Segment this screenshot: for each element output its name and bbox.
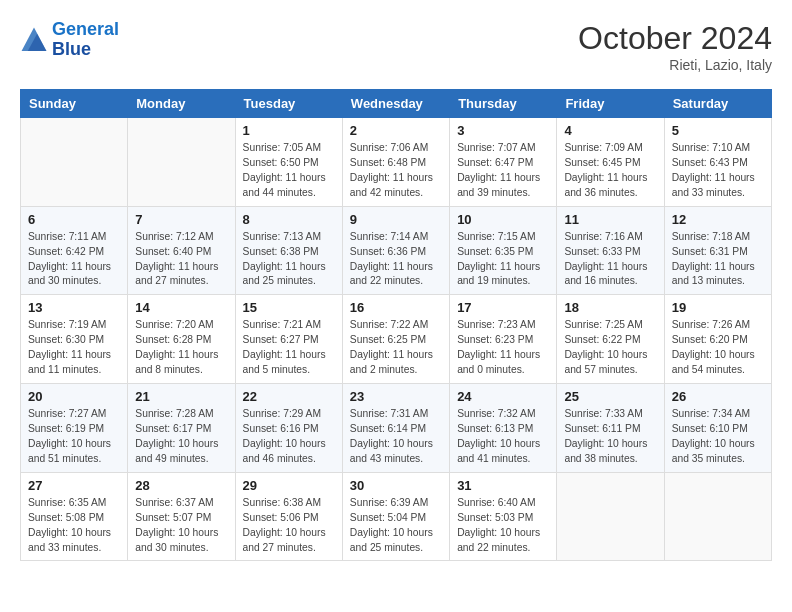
day-number: 1 — [243, 123, 335, 138]
day-info: Sunrise: 7:18 AM Sunset: 6:31 PM Dayligh… — [672, 230, 764, 290]
day-info: Sunrise: 7:27 AM Sunset: 6:19 PM Dayligh… — [28, 407, 120, 467]
day-info: Sunrise: 7:11 AM Sunset: 6:42 PM Dayligh… — [28, 230, 120, 290]
day-info: Sunrise: 7:10 AM Sunset: 6:43 PM Dayligh… — [672, 141, 764, 201]
day-number: 8 — [243, 212, 335, 227]
day-info: Sunrise: 7:29 AM Sunset: 6:16 PM Dayligh… — [243, 407, 335, 467]
day-number: 17 — [457, 300, 549, 315]
day-number: 31 — [457, 478, 549, 493]
day-info: Sunrise: 6:35 AM Sunset: 5:08 PM Dayligh… — [28, 496, 120, 556]
day-number: 29 — [243, 478, 335, 493]
day-info: Sunrise: 7:33 AM Sunset: 6:11 PM Dayligh… — [564, 407, 656, 467]
calendar-cell: 6Sunrise: 7:11 AM Sunset: 6:42 PM Daylig… — [21, 206, 128, 295]
day-header-thursday: Thursday — [450, 90, 557, 118]
calendar-cell: 11Sunrise: 7:16 AM Sunset: 6:33 PM Dayli… — [557, 206, 664, 295]
calendar-cell: 13Sunrise: 7:19 AM Sunset: 6:30 PM Dayli… — [21, 295, 128, 384]
day-info: Sunrise: 7:28 AM Sunset: 6:17 PM Dayligh… — [135, 407, 227, 467]
calendar-cell: 5Sunrise: 7:10 AM Sunset: 6:43 PM Daylig… — [664, 118, 771, 207]
day-info: Sunrise: 7:23 AM Sunset: 6:23 PM Dayligh… — [457, 318, 549, 378]
day-number: 18 — [564, 300, 656, 315]
day-number: 5 — [672, 123, 764, 138]
calendar-cell: 18Sunrise: 7:25 AM Sunset: 6:22 PM Dayli… — [557, 295, 664, 384]
day-number: 26 — [672, 389, 764, 404]
calendar-cell: 17Sunrise: 7:23 AM Sunset: 6:23 PM Dayli… — [450, 295, 557, 384]
day-number: 12 — [672, 212, 764, 227]
calendar-cell: 20Sunrise: 7:27 AM Sunset: 6:19 PM Dayli… — [21, 384, 128, 473]
calendar-cell — [557, 472, 664, 561]
calendar-cell: 4Sunrise: 7:09 AM Sunset: 6:45 PM Daylig… — [557, 118, 664, 207]
day-info: Sunrise: 7:13 AM Sunset: 6:38 PM Dayligh… — [243, 230, 335, 290]
day-number: 30 — [350, 478, 442, 493]
day-header-monday: Monday — [128, 90, 235, 118]
logo-icon — [20, 26, 48, 54]
day-number: 24 — [457, 389, 549, 404]
calendar-cell: 15Sunrise: 7:21 AM Sunset: 6:27 PM Dayli… — [235, 295, 342, 384]
calendar-cell: 16Sunrise: 7:22 AM Sunset: 6:25 PM Dayli… — [342, 295, 449, 384]
day-number: 4 — [564, 123, 656, 138]
day-info: Sunrise: 7:19 AM Sunset: 6:30 PM Dayligh… — [28, 318, 120, 378]
day-info: Sunrise: 7:21 AM Sunset: 6:27 PM Dayligh… — [243, 318, 335, 378]
day-info: Sunrise: 7:22 AM Sunset: 6:25 PM Dayligh… — [350, 318, 442, 378]
calendar-cell: 19Sunrise: 7:26 AM Sunset: 6:20 PM Dayli… — [664, 295, 771, 384]
calendar-cell: 2Sunrise: 7:06 AM Sunset: 6:48 PM Daylig… — [342, 118, 449, 207]
calendar-cell: 12Sunrise: 7:18 AM Sunset: 6:31 PM Dayli… — [664, 206, 771, 295]
day-number: 13 — [28, 300, 120, 315]
day-info: Sunrise: 7:31 AM Sunset: 6:14 PM Dayligh… — [350, 407, 442, 467]
calendar-cell: 24Sunrise: 7:32 AM Sunset: 6:13 PM Dayli… — [450, 384, 557, 473]
calendar-cell — [128, 118, 235, 207]
day-number: 6 — [28, 212, 120, 227]
calendar-cell: 23Sunrise: 7:31 AM Sunset: 6:14 PM Dayli… — [342, 384, 449, 473]
calendar-cell: 8Sunrise: 7:13 AM Sunset: 6:38 PM Daylig… — [235, 206, 342, 295]
calendar-cell: 7Sunrise: 7:12 AM Sunset: 6:40 PM Daylig… — [128, 206, 235, 295]
calendar-cell: 9Sunrise: 7:14 AM Sunset: 6:36 PM Daylig… — [342, 206, 449, 295]
day-number: 14 — [135, 300, 227, 315]
day-info: Sunrise: 7:14 AM Sunset: 6:36 PM Dayligh… — [350, 230, 442, 290]
day-info: Sunrise: 7:12 AM Sunset: 6:40 PM Dayligh… — [135, 230, 227, 290]
calendar-cell: 14Sunrise: 7:20 AM Sunset: 6:28 PM Dayli… — [128, 295, 235, 384]
day-info: Sunrise: 7:07 AM Sunset: 6:47 PM Dayligh… — [457, 141, 549, 201]
day-info: Sunrise: 6:37 AM Sunset: 5:07 PM Dayligh… — [135, 496, 227, 556]
day-number: 25 — [564, 389, 656, 404]
day-info: Sunrise: 7:34 AM Sunset: 6:10 PM Dayligh… — [672, 407, 764, 467]
location-subtitle: Rieti, Lazio, Italy — [578, 57, 772, 73]
page-header: General Blue October 2024 Rieti, Lazio, … — [20, 20, 772, 73]
day-number: 10 — [457, 212, 549, 227]
calendar-cell: 27Sunrise: 6:35 AM Sunset: 5:08 PM Dayli… — [21, 472, 128, 561]
day-header-friday: Friday — [557, 90, 664, 118]
day-header-saturday: Saturday — [664, 90, 771, 118]
day-info: Sunrise: 7:20 AM Sunset: 6:28 PM Dayligh… — [135, 318, 227, 378]
day-number: 19 — [672, 300, 764, 315]
calendar-cell: 21Sunrise: 7:28 AM Sunset: 6:17 PM Dayli… — [128, 384, 235, 473]
calendar-cell: 22Sunrise: 7:29 AM Sunset: 6:16 PM Dayli… — [235, 384, 342, 473]
calendar-cell — [21, 118, 128, 207]
title-block: October 2024 Rieti, Lazio, Italy — [578, 20, 772, 73]
calendar-cell: 29Sunrise: 6:38 AM Sunset: 5:06 PM Dayli… — [235, 472, 342, 561]
day-info: Sunrise: 7:25 AM Sunset: 6:22 PM Dayligh… — [564, 318, 656, 378]
day-number: 27 — [28, 478, 120, 493]
day-number: 9 — [350, 212, 442, 227]
day-header-sunday: Sunday — [21, 90, 128, 118]
calendar-cell: 30Sunrise: 6:39 AM Sunset: 5:04 PM Dayli… — [342, 472, 449, 561]
day-number: 20 — [28, 389, 120, 404]
day-info: Sunrise: 7:15 AM Sunset: 6:35 PM Dayligh… — [457, 230, 549, 290]
calendar-cell: 26Sunrise: 7:34 AM Sunset: 6:10 PM Dayli… — [664, 384, 771, 473]
logo-text: General Blue — [52, 20, 119, 60]
day-info: Sunrise: 6:38 AM Sunset: 5:06 PM Dayligh… — [243, 496, 335, 556]
day-info: Sunrise: 6:40 AM Sunset: 5:03 PM Dayligh… — [457, 496, 549, 556]
day-number: 11 — [564, 212, 656, 227]
day-info: Sunrise: 7:16 AM Sunset: 6:33 PM Dayligh… — [564, 230, 656, 290]
day-number: 28 — [135, 478, 227, 493]
day-header-tuesday: Tuesday — [235, 90, 342, 118]
calendar-cell: 28Sunrise: 6:37 AM Sunset: 5:07 PM Dayli… — [128, 472, 235, 561]
day-number: 7 — [135, 212, 227, 227]
calendar-cell: 1Sunrise: 7:05 AM Sunset: 6:50 PM Daylig… — [235, 118, 342, 207]
calendar-cell: 31Sunrise: 6:40 AM Sunset: 5:03 PM Dayli… — [450, 472, 557, 561]
day-number: 2 — [350, 123, 442, 138]
day-number: 23 — [350, 389, 442, 404]
calendar-table: SundayMondayTuesdayWednesdayThursdayFrid… — [20, 89, 772, 561]
month-title: October 2024 — [578, 20, 772, 57]
calendar-cell: 3Sunrise: 7:07 AM Sunset: 6:47 PM Daylig… — [450, 118, 557, 207]
day-number: 16 — [350, 300, 442, 315]
day-number: 22 — [243, 389, 335, 404]
day-number: 21 — [135, 389, 227, 404]
day-number: 15 — [243, 300, 335, 315]
